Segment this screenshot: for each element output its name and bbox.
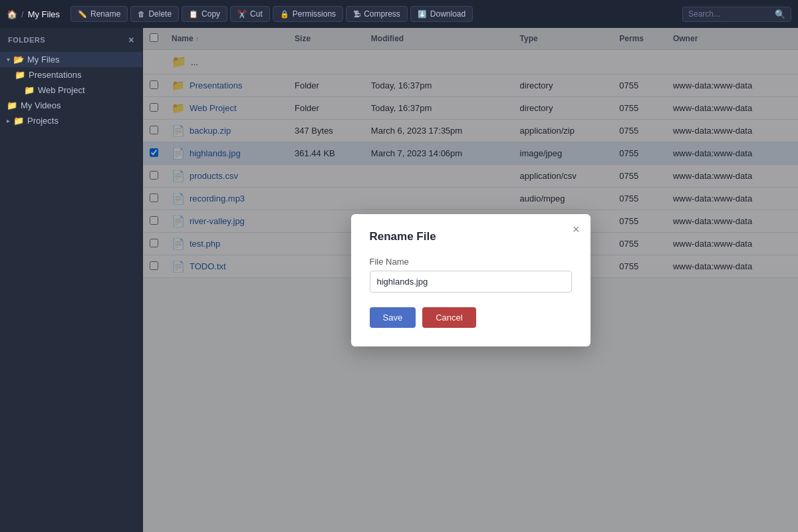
lock-icon: 🔒	[280, 10, 289, 19]
cut-icon: ✂️	[237, 10, 247, 19]
sidebar-header: FOLDERS ×	[0, 28, 142, 49]
folder-icon-my-videos: 📁	[7, 100, 17, 110]
sidebar-tree: ▾ 📂 My Files 📁 Presentations 📁 Web Proje…	[0, 49, 142, 131]
sidebar: FOLDERS × ▾ 📂 My Files 📁 Presentations 📁…	[0, 28, 143, 532]
cut-button[interactable]: ✂️ Cut	[230, 6, 270, 22]
sidebar-item-presentations[interactable]: 📁 Presentations	[0, 67, 142, 82]
modal-actions: Save Cancel	[370, 307, 572, 328]
sidebar-item-projects[interactable]: ▸ 📁 Projects	[0, 113, 142, 128]
main-layout: FOLDERS × ▾ 📂 My Files 📁 Presentations 📁…	[0, 28, 798, 532]
breadcrumb-current: My Files	[28, 9, 60, 19]
folder-icon-presentations: 📁	[15, 70, 25, 80]
expand-arrow-icon: ▾	[7, 56, 10, 63]
rename-icon: ✏️	[78, 10, 87, 19]
modal-close-button[interactable]: ×	[573, 223, 580, 235]
save-button[interactable]: Save	[370, 307, 416, 328]
copy-button[interactable]: 📋 Copy	[182, 6, 227, 22]
rename-button[interactable]: ✏️ Rename	[70, 6, 128, 22]
breadcrumb-home-icon: 🏠	[7, 9, 17, 19]
sidebar-item-my-files[interactable]: ▾ 📂 My Files	[0, 52, 142, 67]
search-input[interactable]	[688, 9, 775, 19]
modal-title: Rename File	[370, 230, 572, 243]
rename-dialog: Rename File × File Name Save Cancel	[351, 214, 591, 346]
folder-icon-web-project: 📁	[24, 85, 35, 95]
folder-open-icon: 📂	[13, 55, 24, 65]
download-button[interactable]: ⬇️ Download	[410, 6, 473, 22]
sidebar-item-web-project[interactable]: 📁 Web Project	[0, 82, 142, 98]
cancel-button[interactable]: Cancel	[422, 307, 475, 328]
toolbar: 🏠 / My Files ✏️ Rename 🗑 Delete 📋 Copy ✂…	[0, 0, 798, 28]
folder-icon-projects: 📁	[13, 116, 24, 126]
search-box: 🔍	[682, 7, 791, 22]
expand-arrow-projects-icon: ▸	[7, 117, 10, 124]
sidebar-close-button[interactable]: ×	[128, 35, 134, 45]
breadcrumb: 🏠 / My Files	[7, 9, 60, 19]
delete-button[interactable]: 🗑 Delete	[130, 6, 179, 22]
copy-icon: 📋	[189, 10, 198, 19]
compress-button[interactable]: 🗜 Compress	[346, 6, 408, 22]
modal-label: File Name	[370, 257, 572, 267]
delete-icon: 🗑	[138, 10, 145, 18]
modal-overlay[interactable]: Rename File × File Name Save Cancel	[143, 28, 798, 532]
file-area: Name ↑ Size Modified Type Perms Owner 📁.…	[143, 28, 798, 532]
breadcrumb-separator: /	[21, 9, 24, 19]
search-icon: 🔍	[775, 9, 785, 19]
permissions-button[interactable]: 🔒 Permissions	[273, 6, 343, 22]
compress-icon: 🗜	[353, 10, 360, 18]
sidebar-item-my-videos[interactable]: 📁 My Videos	[0, 98, 142, 113]
download-icon: ⬇️	[418, 10, 427, 19]
filename-input[interactable]	[370, 271, 572, 293]
